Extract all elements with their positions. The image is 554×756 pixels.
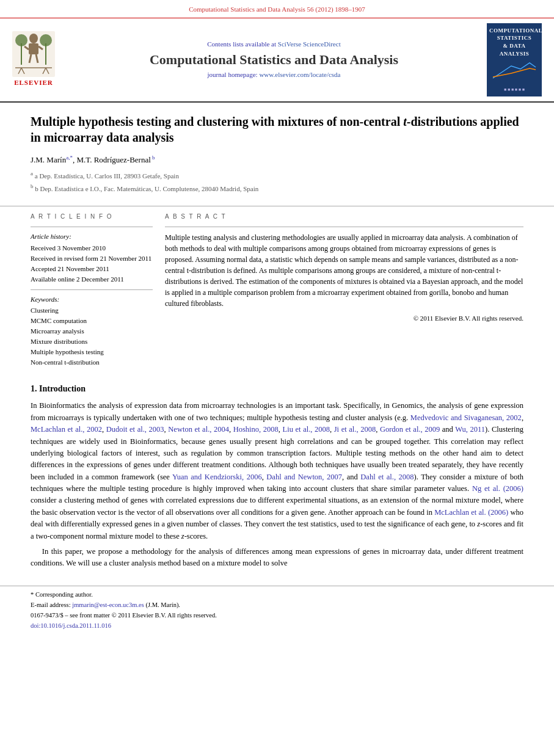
article-info-header: A R T I C L E I N F O xyxy=(31,213,153,222)
article-info-abstract-section: A R T I C L E I N F O Article history: R… xyxy=(0,206,554,374)
footer-email: E-mail address: jmmarin@est-econ.uc3m.es… xyxy=(31,600,523,609)
svg-point-9 xyxy=(15,34,27,46)
logo-issn: ■ ■ ■ ■ ■ ■ xyxy=(489,87,539,93)
journal-reference: Computational Statistics and Data Analys… xyxy=(189,5,365,13)
author-marin: J.M. Marín xyxy=(31,155,66,164)
affiliation-b: b b Dep. Estadística e I.O., Fac. Matemá… xyxy=(31,183,523,194)
elsevier-logo: ELSEVIER xyxy=(6,31,61,88)
header-area: ELSEVIER Contents lists available at Sci… xyxy=(0,18,554,103)
divider-2 xyxy=(31,289,153,290)
keyword-1: Clustering xyxy=(31,306,153,316)
homepage-label: journal homepage: xyxy=(208,71,258,78)
ref-mclachlan2002[interactable]: McLachlan et al., 2002 xyxy=(31,425,102,434)
ref-mclachlan2006[interactable]: McLachlan et al. (2006) xyxy=(434,508,508,517)
sciverse-sciencedirect-link[interactable]: SciVerse ScienceDirect xyxy=(278,40,341,48)
keyword-2: MCMC computation xyxy=(31,316,153,326)
corresponding-label: * Corresponding author. xyxy=(31,591,93,598)
abstract-header: A B S T R A C T xyxy=(165,213,523,222)
ref-dahl2008[interactable]: Dahl et al., 2008 xyxy=(360,473,414,481)
copyright-notice: © 2011 Elsevier B.V. All rights reserved… xyxy=(165,314,523,324)
footer-license: 0167-9473/$ – see front matter © 2011 El… xyxy=(31,611,523,620)
abstract-text: Multiple testing analysis and clustering… xyxy=(165,232,523,309)
contents-available-text: Contents lists available at xyxy=(207,40,276,48)
journal-title: Computational Statistics and Data Analys… xyxy=(67,52,481,68)
abstract-divider xyxy=(165,227,523,227)
article-history-label: Article history: xyxy=(31,232,153,242)
ref-hoshino[interactable]: Hoshino, 2008 xyxy=(233,425,279,434)
ref-dahlnewton[interactable]: Dahl and Newton, 2007 xyxy=(266,473,342,481)
history-item-3: Accepted 21 November 2011 xyxy=(31,264,153,274)
section-title-intro: 1. Introduction xyxy=(31,383,523,395)
footer-corresponding: * Corresponding author. xyxy=(31,590,523,599)
ref-liu2008[interactable]: Liu et al., 2008 xyxy=(283,425,330,434)
divider-1 xyxy=(31,227,153,227)
sup-b: b xyxy=(31,183,34,189)
elsevier-brand-text: ELSEVIER xyxy=(14,78,53,88)
svg-rect-2 xyxy=(29,43,38,54)
ref-wu2011[interactable]: Wu, 2011 xyxy=(455,425,485,434)
ref-medvedovic[interactable]: Medvedovic and Sivaganesan, 2002 xyxy=(410,413,522,422)
sup-a: a xyxy=(31,170,33,176)
ref-gordon2009[interactable]: Gordon et al., 2009 xyxy=(380,425,440,434)
ref-yuan[interactable]: Yuan and Kendziorski, 2006 xyxy=(172,473,262,481)
left-column-article-info: A R T I C L E I N F O Article history: R… xyxy=(31,213,153,368)
svg-rect-16 xyxy=(490,60,539,81)
journal-logo-right: COMPUTATIONALSTATISTICS& DATAANALYSIS ■ … xyxy=(487,23,542,96)
sciverse-link[interactable]: Contents lists available at SciVerse Sci… xyxy=(67,40,481,49)
article-section: Multiple hypothesis testing and clusteri… xyxy=(0,103,554,201)
author-email[interactable]: jmmarin@est-econ.uc3m.es xyxy=(72,602,144,608)
affil-marker-b: b xyxy=(151,154,155,161)
affil-marker-a: a,* xyxy=(66,154,73,161)
keyword-4: Mixture distributions xyxy=(31,337,153,347)
ref-newton[interactable]: Newton et al., 2004 xyxy=(168,425,229,434)
authors-line: J.M. Marína,*, M.T. Rodríguez-Bernal b xyxy=(31,154,523,166)
ref-ng2006[interactable]: Ng et al. (2006) xyxy=(472,484,523,493)
email-suffix: (J.M. Marín). xyxy=(145,602,180,608)
journal-logo-title: COMPUTATIONALSTATISTICS& DATAANALYSIS xyxy=(489,27,539,57)
svg-point-1 xyxy=(29,34,38,43)
body-section: 1. Introduction In Bioinformatics the an… xyxy=(0,383,554,586)
keyword-5: Multiple hypothesis testing xyxy=(31,347,153,357)
intro-body-text: In Bioinformatics the analysis of expres… xyxy=(31,400,523,569)
footer-doi[interactable]: doi:10.1016/j.csda.2011.11.016 xyxy=(31,621,523,630)
intro-para-1: In Bioinformatics the analysis of expres… xyxy=(31,400,523,542)
journal-logo-chart-icon xyxy=(490,60,539,81)
article-title: Multiple hypothesis testing and clusteri… xyxy=(31,114,523,145)
homepage-link[interactable]: www.elsevier.com/locate/csda xyxy=(259,71,340,78)
footer-section: * Corresponding author. E-mail address: … xyxy=(0,586,554,636)
ref-ji2008[interactable]: Ji et al., 2008 xyxy=(334,425,376,434)
history-item-2: Received in revised form 21 November 201… xyxy=(31,254,153,264)
top-bar: Computational Statistics and Data Analys… xyxy=(0,0,554,18)
keywords-label: Keywords: xyxy=(31,295,153,305)
svg-point-10 xyxy=(40,34,52,46)
email-label: E-mail address: xyxy=(31,602,71,608)
keyword-3: Microarray analysis xyxy=(31,327,153,336)
ref-dudoit[interactable]: Dudoit et al., 2003 xyxy=(106,425,164,434)
keyword-6: Non-central t-distribution xyxy=(31,358,153,368)
history-item-1: Received 3 November 2010 xyxy=(31,244,153,253)
author-rodriguez: M.T. Rodríguez-Bernal xyxy=(76,155,150,164)
affiliation-a: a a Dep. Estadística, U. Carlos III, 289… xyxy=(31,170,523,181)
header-center: Contents lists available at SciVerse Sci… xyxy=(67,40,481,80)
elsevier-tree-icon xyxy=(12,31,55,77)
intro-para-2: In this paper, we propose a methodology … xyxy=(31,546,523,570)
right-column-abstract: A B S T R A C T Multiple testing analysi… xyxy=(165,213,523,368)
page: Computational Statistics and Data Analys… xyxy=(0,0,554,756)
journal-homepage: journal homepage: www.elsevier.com/locat… xyxy=(67,70,481,80)
history-item-4: Available online 2 December 2011 xyxy=(31,275,153,285)
